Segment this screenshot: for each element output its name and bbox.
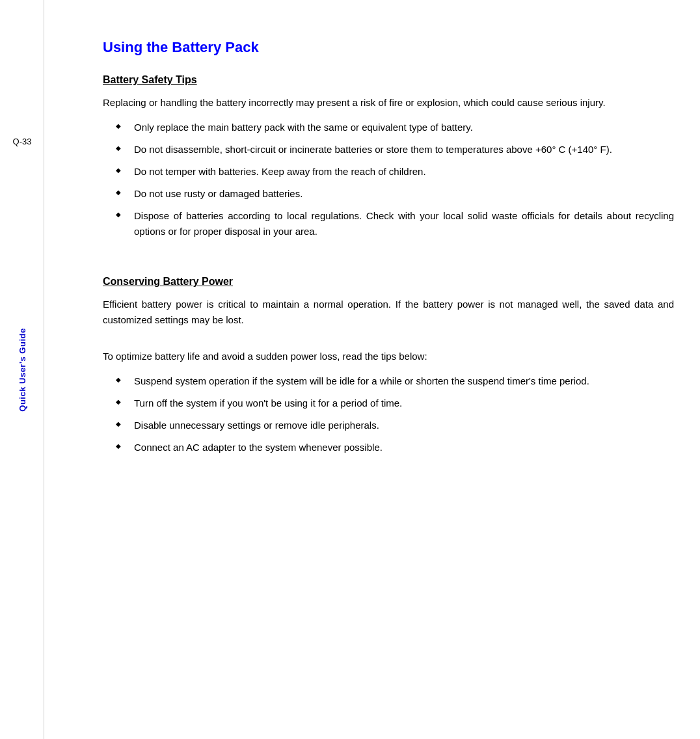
list-item: Dispose of batteries according to local … <box>116 208 674 239</box>
section2-bullet-list: Suspend system operation if the system w… <box>116 373 674 455</box>
page-wrapper: Q-33 Quick User's Guide Using the Batter… <box>0 0 700 739</box>
main-title: Using the Battery Pack <box>103 39 674 56</box>
section1-title: Battery Safety Tips <box>103 74 674 86</box>
sidebar-label-container: Quick User's Guide <box>0 0 44 739</box>
section2-para1: Efficient battery power is critical to m… <box>103 297 674 328</box>
list-item: Disable unnecessary settings or remove i… <box>116 418 674 433</box>
section1-intro: Replacing or handling the battery incorr… <box>103 95 674 111</box>
list-item: Suspend system operation if the system w… <box>116 373 674 389</box>
left-sidebar: Q-33 Quick User's Guide <box>0 0 44 739</box>
list-item: Connect an AC adapter to the system when… <box>116 440 674 455</box>
list-item: Do not use rusty or damaged batteries. <box>116 186 674 202</box>
main-content: Using the Battery Pack Battery Safety Ti… <box>44 0 700 739</box>
list-item: Do not disassemble, short-circuit or inc… <box>116 142 674 157</box>
sidebar-label: Quick User's Guide <box>18 328 27 411</box>
list-item: Do not temper with batteries. Keep away … <box>116 164 674 180</box>
section-gap <box>103 250 674 276</box>
section2-title: Conserving Battery Power <box>103 276 674 288</box>
list-item: Turn off the system if you won't be usin… <box>116 396 674 411</box>
section2-para2: To optimize battery life and avoid a sud… <box>103 349 674 364</box>
section-gap-small <box>103 337 674 349</box>
section1-bullet-list: Only replace the main battery pack with … <box>116 120 674 239</box>
list-item: Only replace the main battery pack with … <box>116 120 674 135</box>
